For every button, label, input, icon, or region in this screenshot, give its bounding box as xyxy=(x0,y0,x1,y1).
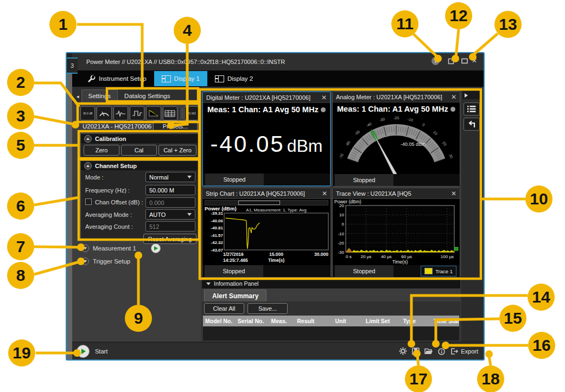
popout-icon[interactable] xyxy=(447,56,456,65)
strip-status-strip: Stopped xyxy=(202,265,331,277)
window-index-tab[interactable]: 3 xyxy=(66,57,78,74)
analog-meter-panel: Analog Meter : U2021XA [HQ52170006]✕ Mea… xyxy=(332,91,460,187)
chan-offset-checkbox[interactable] xyxy=(85,198,92,205)
averaging-count-input[interactable]: 512 xyxy=(145,221,195,232)
svg-text:1/27/2016: 1/27/2016 xyxy=(223,252,244,257)
sidebar-collapse-icon[interactable]: ◂ xyxy=(72,94,81,102)
open-folder-icon[interactable] xyxy=(424,348,433,355)
tab-datalog-settings[interactable]: Datalog Settings xyxy=(118,90,176,102)
reset-averaging-button[interactable]: Reset Averaging xyxy=(143,234,196,244)
svg-text:60 µs: 60 µs xyxy=(401,254,412,259)
strip-chart-titlebar[interactable]: Strip Chart : U2021XA [HQ52170006]✕ xyxy=(202,188,331,199)
tab-display-2[interactable]: Display 2 xyxy=(207,71,261,86)
svg-text:15.000: 15.000 xyxy=(269,252,283,257)
collapsed-panel-handle[interactable] xyxy=(67,74,72,359)
close-icon[interactable]: ✕ xyxy=(322,190,327,197)
strip-chart-view-button[interactable] xyxy=(113,106,128,120)
status-dot-icon xyxy=(321,107,326,112)
undo-arrange-button[interactable] xyxy=(464,118,480,131)
svg-text:0: 0 xyxy=(422,123,426,127)
tab-instrument-setup[interactable]: Instrument Setup xyxy=(80,71,154,86)
svg-text:0: 0 xyxy=(342,222,345,227)
measurement-play-button[interactable] xyxy=(151,243,161,253)
digital-meter-view-button[interactable]: 30.0 dB xyxy=(80,106,95,120)
callout-19: 19 xyxy=(8,339,35,367)
close-icon[interactable]: ✕ xyxy=(451,93,456,101)
analog-meter-view-button[interactable] xyxy=(97,106,111,120)
collapse-triangle-icon xyxy=(206,282,211,285)
close-icon[interactable]: ✕ xyxy=(470,56,479,65)
averaging-mode-select[interactable]: AUTO xyxy=(145,209,195,220)
collapse-icon[interactable] xyxy=(81,258,89,265)
cal-zero-button[interactable]: Cal + Zero xyxy=(158,145,196,156)
panel-expand-button[interactable] xyxy=(462,91,481,99)
view-list-button[interactable] xyxy=(464,102,480,115)
save-button[interactable]: Save... xyxy=(247,303,288,314)
digital-meter-titlebar[interactable]: Digital Meter : U2021XA [HQ52170006]✕ xyxy=(203,92,330,103)
svg-text:-40: -40 xyxy=(365,122,372,128)
column-header[interactable]: Meas. xyxy=(269,318,295,324)
return-arrow-icon xyxy=(467,120,477,128)
scrollbar-thumb[interactable] xyxy=(238,201,280,205)
table-view-button[interactable] xyxy=(163,106,177,120)
start-button[interactable] xyxy=(77,345,90,358)
measurement-1-row[interactable]: Measurement 1 xyxy=(81,243,161,253)
frequency-input[interactable]: 50.000 M xyxy=(145,185,195,195)
svg-text:30.000: 30.000 xyxy=(314,252,328,257)
cal-button[interactable]: Cal xyxy=(121,145,157,156)
tab-alert-summary[interactable]: Alert Summary xyxy=(204,290,266,302)
collapse-icon[interactable] xyxy=(81,245,89,252)
trigger-setup-row[interactable]: Trigger Setup xyxy=(81,258,130,265)
svg-text:20 µs: 20 µs xyxy=(361,254,372,259)
save-floppy-icon[interactable] xyxy=(412,348,420,355)
close-icon[interactable]: ✕ xyxy=(321,94,327,101)
analog-meter-titlebar[interactable]: Analog Meter : U2021XA [HQ52170006]✕ xyxy=(333,92,460,102)
column-header[interactable]: Model No. xyxy=(203,318,236,324)
measurement-list-button[interactable]: M1 M2 xyxy=(184,106,199,120)
footer-bar: Start Export xyxy=(72,343,484,359)
trace-legend[interactable]: Trace 1 xyxy=(421,266,456,277)
column-header[interactable]: Result xyxy=(295,318,333,324)
trace-view-titlebar[interactable]: Trace View : U2021XA [HQ5✕ xyxy=(333,188,460,199)
info-icon[interactable] xyxy=(438,348,446,355)
zero-button[interactable]: Zero xyxy=(84,145,119,156)
channel-setup-header[interactable]: Channel Setup xyxy=(81,161,198,170)
column-header[interactable]: Unit xyxy=(333,318,363,324)
presets-button[interactable]: Presets... xyxy=(153,120,198,132)
information-panel-header[interactable]: Information Panel xyxy=(202,279,460,288)
column-header[interactable]: Serial No. xyxy=(236,318,269,324)
tab-display-1[interactable]: Display 1 xyxy=(154,71,207,86)
mode-label: Mode : xyxy=(85,174,104,181)
trace-view-button[interactable] xyxy=(130,106,144,120)
analog-status-strip: Stopped xyxy=(333,174,460,186)
svg-text:-30: -30 xyxy=(379,117,385,122)
status-badge: Stopped xyxy=(205,265,263,277)
calibration-header[interactable]: Calibration xyxy=(81,134,198,143)
svg-text:-50: -50 xyxy=(354,130,360,136)
clear-all-button[interactable]: Clear All xyxy=(204,303,244,314)
strip-chart-scrollbar[interactable] xyxy=(205,200,328,205)
callout-16: 16 xyxy=(528,332,555,359)
chan-offset-input[interactable]: 0.000 xyxy=(145,197,195,208)
maximize-icon[interactable] xyxy=(461,57,468,65)
svg-text:-42.32: -42.32 xyxy=(211,240,223,245)
ccdf-chart-view-button[interactable] xyxy=(146,106,161,120)
toolbar-separator xyxy=(179,108,182,119)
digital-status-strip: Stopped xyxy=(203,173,330,185)
digital-meter-panel: Digital Meter : U2021XA [HQ52170006]✕ Me… xyxy=(202,91,331,187)
alert-table-body xyxy=(203,326,459,340)
chevron-down-icon xyxy=(187,213,192,216)
column-header[interactable]: Time Stamp xyxy=(431,318,459,324)
svg-text:20: 20 xyxy=(442,141,447,146)
tab-settings[interactable]: Settings xyxy=(81,89,118,102)
mode-select[interactable]: Normal xyxy=(145,172,195,182)
column-header[interactable]: Type xyxy=(401,318,431,324)
help-icon[interactable]: ? xyxy=(431,57,440,65)
export-button[interactable]: Export xyxy=(450,348,478,355)
settings-gear-icon[interactable] xyxy=(399,347,407,355)
column-header[interactable]: Limit Set xyxy=(364,318,401,324)
close-icon[interactable]: ✕ xyxy=(451,190,456,197)
title-bar[interactable]: Power Meter // U2021XA // USB0::0x0957::… xyxy=(72,53,484,70)
collapse-icon[interactable] xyxy=(84,135,92,143)
collapse-icon[interactable] xyxy=(84,162,92,170)
